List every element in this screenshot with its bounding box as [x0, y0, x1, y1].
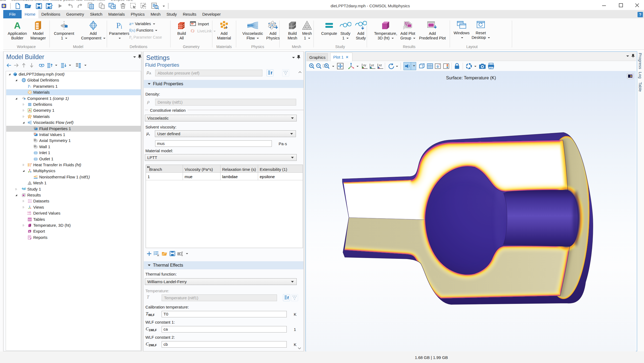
svg-text:yz: yz: [371, 63, 374, 67]
svg-text:A: A: [14, 21, 21, 30]
svg-text:xy: xy: [363, 63, 366, 67]
svg-text:xz: xz: [379, 63, 382, 67]
svg-text:Pi: Pi: [116, 21, 122, 30]
